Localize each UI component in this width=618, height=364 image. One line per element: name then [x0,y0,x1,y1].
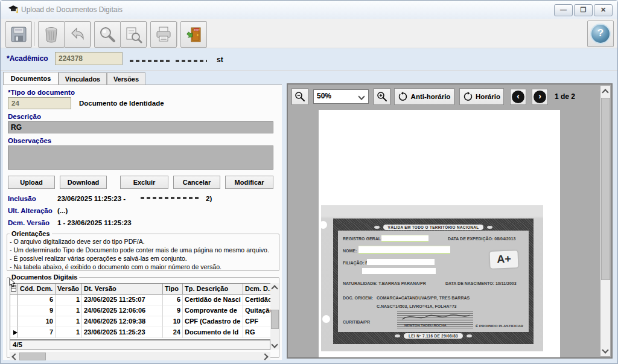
scroll-left-icon[interactable] [11,353,18,360]
academico-name-suffix: st [217,56,223,64]
rg-diretor-nome: NEWTON TADEU ROCHA [404,324,447,327]
zoom-out-button[interactable] [291,88,308,105]
orientacoes-line: - É possível realizar várias operações e… [7,254,279,263]
ult-alteracao-label: Ult. Alteração [8,207,53,214]
cell-dt[interactable]: 23/06/2025 11:25:07 [82,295,163,305]
scroll-down-icon[interactable] [602,346,608,353]
cell-tp-desc[interactable]: Certidão de Nasci [183,295,243,305]
print-button[interactable] [150,21,177,48]
director-signature [397,311,473,324]
cell-dcm[interactable]: Certidão [243,295,271,305]
modificar-button[interactable]: Modificar [225,176,273,189]
zoom-level-value: 50% [317,92,331,100]
cell-cod[interactable]: 9 [18,305,56,316]
toolbar-separator [177,22,177,46]
cell-tp-desc[interactable]: Comprovante de [183,305,243,316]
viewer-vertical-scrollbar[interactable] [600,86,610,356]
academico-name-redacted [176,60,207,62]
academico-name-redacted [130,60,172,62]
inclusao-redacted [141,197,201,199]
next-page-button[interactable]: › [532,89,548,105]
grid-horizontal-scrollbar[interactable] [10,352,270,360]
search-button[interactable] [94,21,121,48]
documentos-digitais-title: Documentos Digitais [10,273,79,281]
cell-tipo[interactable]: 24 [163,327,183,338]
page-indicator: 1 de 2 [555,92,575,101]
rg-origem-line2: C.NASC=14503, LIVRO=41A, FOLHA=73 [377,304,456,308]
scroll-right-icon[interactable] [261,353,268,360]
help-button[interactable]: ? [587,21,614,47]
download-button[interactable]: Download [60,176,107,189]
rotate-cw-button[interactable]: Horário [459,88,504,105]
cell-cod[interactable]: 7 [18,327,56,338]
grid-hscroll-thumb[interactable] [19,353,46,360]
zoom-in-icon [377,91,387,102]
cell-tp-desc[interactable]: CPF (Cadastro de [183,316,243,327]
minimize-button[interactable]: — [554,4,573,16]
cell-tipo[interactable]: 10 [163,316,183,327]
close-button[interactable]: ✕ [594,4,613,16]
cell-tp-desc[interactable]: Documento de Id [183,327,243,338]
viewer-vscroll-thumb[interactable] [601,98,610,280]
save-button[interactable] [5,21,32,48]
grid-vertical-scrollbar[interactable] [270,283,279,350]
tab-versoes[interactable]: Versões [107,72,145,85]
descricao-field[interactable]: RG [8,121,273,133]
upload-button[interactable]: Upload [8,176,55,189]
rotate-ccw-label: Anti-horário [411,93,451,100]
scroll-down-icon[interactable] [271,341,278,348]
zoom-in-button[interactable] [374,88,390,105]
col-header-dt[interactable]: Dt. Versão [82,284,163,295]
col-header-dcm[interactable]: Dcm. D... [243,284,271,295]
col-header-versao[interactable]: Versão [56,284,82,295]
rotate-ccw-button[interactable]: Anti-horário [394,88,454,105]
cell-cod[interactable]: 10 [18,316,56,327]
tab-documentos[interactable]: Documentos [3,72,59,85]
row-indicator [10,316,18,327]
cell-dt[interactable]: 24/06/2025 12:09:38 [82,316,163,327]
search-document-button[interactable] [120,21,147,48]
cell-cod[interactable]: 6 [18,295,56,305]
documentos-grid[interactable]: Cód. Dcm. Versão Dt. Versão Tipo Tp. Des… [10,283,272,340]
cell-versao[interactable]: 1 [56,295,82,305]
cell-dcm[interactable]: Quitação [243,305,271,316]
scroll-up-icon[interactable] [271,285,278,292]
zoom-level-select[interactable]: 50% [313,89,369,104]
cell-dcm[interactable]: CPF [243,316,271,327]
restore-button[interactable]: ❐ [574,4,593,16]
divider [1,70,617,71]
inclusao-label: Inclusão [8,195,36,202]
observacoes-label: Observações [8,137,51,144]
cell-tipo[interactable]: 9 [163,305,183,316]
exit-button[interactable]: EXIT [180,21,207,48]
tipo-documento-label: *Tipo do documento [8,89,75,96]
orientacoes-title: Orientações [10,230,52,237]
delete-button[interactable] [38,21,65,48]
cell-tipo[interactable]: 6 [163,295,183,305]
col-header-tp-descricao[interactable]: Tp. Descrição [183,284,243,295]
tab-vinculados[interactable]: Vinculados [59,72,107,85]
previous-page-button[interactable]: ‹ [510,89,526,105]
orientacoes-box: Orientações - O arquivo digitalizado dev… [7,230,279,271]
undo-button[interactable] [64,21,91,48]
grid-vscroll-thumb[interactable] [271,310,279,329]
cell-dt[interactable]: 23/06/2025 11:25:23 [82,327,163,338]
cell-versao[interactable]: 1 [56,327,82,338]
zoom-out-icon [295,91,305,102]
rg-filiacao-redacted [367,259,435,265]
title-bar: Upload de Documentos Digitais — ❐ ✕ [1,1,617,19]
cell-dt[interactable]: 24/06/2025 12:06:06 [82,305,163,316]
graduation-cap-icon [8,5,19,14]
cancelar-button[interactable]: Cancelar [173,176,220,189]
rg-lei: LEI Nº 7.116 DE 29/08/83 [404,333,463,339]
cell-versao[interactable]: 1 [56,316,82,327]
excluir-button[interactable]: Excluir [120,176,168,189]
cell-versao[interactable]: 1 [56,305,82,316]
col-header-tipo[interactable]: Tipo [163,284,183,295]
cell-dcm[interactable]: RG [243,327,271,338]
scroll-up-icon[interactable] [602,89,608,95]
trash-can-icon [42,25,60,43]
observacoes-field[interactable] [8,145,273,170]
col-header-cod[interactable]: Cód. Dcm. [18,284,56,295]
svg-text:EXIT: EXIT [194,28,200,31]
